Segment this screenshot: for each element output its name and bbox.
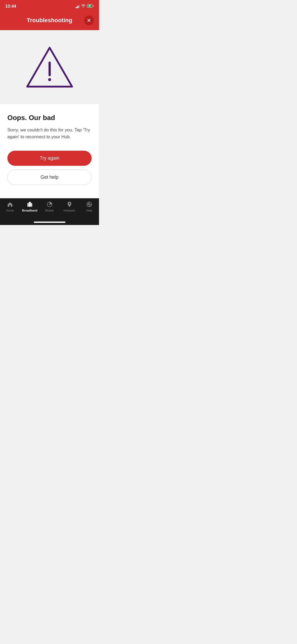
home-indicator: [0, 220, 99, 225]
try-again-button[interactable]: Try again: [7, 151, 92, 166]
page-title: Troubleshooting: [27, 17, 72, 24]
nav-label-mobile: Mobile: [45, 209, 54, 212]
help-icon: [86, 201, 93, 208]
svg-point-11: [87, 202, 92, 207]
svg-point-9: [49, 204, 50, 205]
nav-item-help[interactable]: Help: [79, 201, 99, 212]
buttons-container: Try again Get help: [7, 151, 92, 190]
status-bar: 10:44: [0, 0, 99, 12]
page-header: Troubleshooting: [0, 12, 99, 30]
nav-item-hotspots[interactable]: Hotspots: [59, 201, 79, 212]
nav-item-mobile[interactable]: Mobile: [40, 201, 59, 212]
error-description: Sorry, we couldn't do this for you. Tap …: [7, 127, 92, 140]
nav-label-hotspots: Hotspots: [64, 209, 75, 212]
nav-item-broadband[interactable]: Broadband: [20, 201, 40, 212]
svg-rect-7: [31, 203, 32, 207]
wifi-icon: [81, 4, 86, 9]
bottom-nav: Home Broadband Mobile: [0, 198, 99, 220]
home-icon: [7, 201, 13, 208]
svg-point-10: [69, 203, 70, 204]
svg-point-4: [48, 78, 51, 81]
status-icons: [76, 4, 94, 9]
error-title: Oops. Our bad: [7, 114, 92, 122]
svg-rect-6: [27, 203, 29, 207]
get-help-button[interactable]: Get help: [7, 169, 92, 185]
battery-icon: [87, 4, 94, 9]
svg-rect-5: [29, 202, 31, 207]
signal-icon: [76, 4, 79, 8]
svg-point-12: [88, 204, 90, 205]
nav-label-broadband: Broadband: [22, 209, 37, 212]
close-button[interactable]: [84, 16, 94, 25]
broadband-icon: [26, 201, 33, 208]
nav-label-help: Help: [86, 209, 92, 212]
home-indicator-bar: [34, 222, 65, 223]
nav-label-home: Home: [6, 209, 14, 212]
mobile-icon: [46, 201, 53, 208]
svg-rect-1: [93, 5, 94, 7]
content-section: Oops. Our bad Sorry, we couldn't do this…: [0, 104, 99, 198]
nav-item-home[interactable]: Home: [0, 201, 20, 212]
hotspots-icon: [66, 201, 73, 208]
status-time: 10:44: [5, 4, 16, 9]
warning-triangle-icon: [25, 45, 75, 90]
warning-section: [0, 30, 99, 104]
